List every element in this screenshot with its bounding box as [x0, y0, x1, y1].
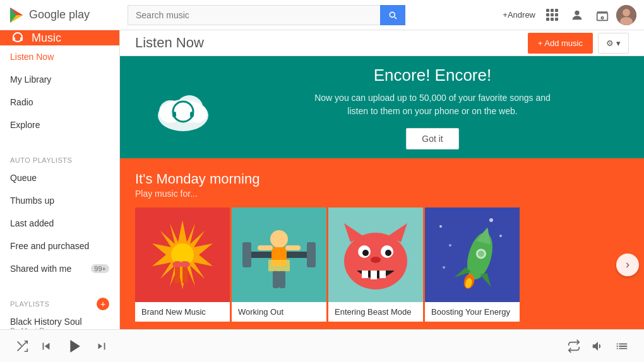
- play-icon: [63, 336, 85, 357]
- card-working-out-image: [232, 207, 326, 302]
- sidebar-item-listen-now[interactable]: Listen Now: [0, 45, 119, 68]
- svg-rect-33: [258, 245, 273, 250]
- gear-icon: ⚙: [606, 38, 614, 48]
- svg-rect-37: [268, 260, 290, 271]
- promo-banner: Encore! Encore! Now you can upload up to…: [120, 56, 644, 158]
- svg-point-54: [499, 235, 502, 237]
- logo-area: Google play: [8, 6, 128, 24]
- shuffle-button[interactable]: [15, 339, 29, 353]
- playlist-item-black-history[interactable]: Black History Soul By Mosi Reeves: [0, 313, 119, 329]
- account-icon: [570, 8, 584, 22]
- svg-point-4: [575, 10, 579, 15]
- svg-point-51: [439, 225, 442, 228]
- auto-playlists-label: Auto Playlists: [0, 146, 119, 166]
- sidebar-item-radio[interactable]: Radio: [0, 91, 119, 114]
- repeat-icon: [567, 339, 581, 353]
- sidebar: Music Listen Now My Library Radio Explor…: [0, 30, 120, 329]
- sidebar-item-thumbs-up[interactable]: Thumbs up: [0, 189, 119, 212]
- svg-rect-30: [307, 242, 316, 267]
- section-subtitle: Play music for...: [135, 189, 629, 199]
- top-bar: Google play +Andrew: [0, 0, 644, 30]
- playlists-label: Playlists: [10, 300, 49, 308]
- volume-button[interactable]: [591, 339, 605, 353]
- top-right-actions: +Andrew: [503, 4, 636, 26]
- add-playlist-button[interactable]: +: [97, 298, 109, 310]
- search-input[interactable]: [128, 5, 380, 25]
- svg-rect-47: [379, 271, 386, 278]
- svg-point-44: [371, 257, 381, 263]
- sidebar-item-last-added[interactable]: Last added: [0, 212, 119, 235]
- volume-icon: [591, 339, 605, 353]
- settings-dropdown-arrow: ▾: [616, 38, 621, 48]
- sidebar-item-shared-with-me[interactable]: Shared with me 99+: [0, 257, 119, 280]
- svg-rect-35: [273, 271, 279, 288]
- boosting-energy-art: [428, 211, 516, 299]
- card-brand-new-image: [135, 207, 230, 302]
- avatar[interactable]: [616, 5, 636, 25]
- orange-section: It's Monday morning Play music for...: [120, 158, 644, 329]
- svg-point-42: [362, 250, 369, 256]
- next-button[interactable]: [95, 339, 109, 353]
- sidebar-item-free-purchased[interactable]: Free and purchased: [0, 235, 119, 257]
- beast-mode-art: [331, 211, 420, 299]
- main-layout: Music Listen Now My Library Radio Explor…: [0, 30, 644, 329]
- player-controls-left: [15, 336, 109, 357]
- svg-point-52: [489, 218, 493, 222]
- card-boosting-energy[interactable]: Boosting Your Energy: [425, 207, 520, 322]
- search-icon: [388, 10, 398, 20]
- got-it-button[interactable]: Got it: [406, 128, 458, 149]
- card-brand-new-music[interactable]: Brand New Music: [135, 207, 230, 322]
- card-boosting-energy-image: [425, 207, 520, 302]
- repeat-button[interactable]: [567, 339, 581, 353]
- card-working-out[interactable]: Working Out: [232, 207, 326, 322]
- logo-text: Google play: [29, 8, 90, 21]
- grid-menu-button[interactable]: [540, 4, 563, 26]
- svg-rect-12: [20, 37, 23, 41]
- promo-title: Encore! Encore!: [246, 66, 619, 85]
- account-button[interactable]: [566, 4, 588, 26]
- player-controls-right: [567, 339, 629, 353]
- card-beast-mode-label: Entering Beast Mode: [328, 302, 423, 322]
- queue-icon: [615, 339, 629, 353]
- grid-icon: [546, 9, 558, 21]
- cloud-headphones-icon: [148, 79, 218, 136]
- sidebar-item-queue[interactable]: Queue: [0, 166, 119, 189]
- shuffle-icon: [15, 339, 29, 353]
- brand-new-music-art: [138, 211, 227, 299]
- svg-rect-34: [285, 245, 301, 250]
- cast-button[interactable]: [591, 4, 614, 26]
- sidebar-item-my-library[interactable]: My Library: [0, 68, 119, 91]
- add-music-button[interactable]: + Add music: [528, 33, 593, 54]
- svg-point-6: [601, 16, 603, 18]
- queue-button[interactable]: [615, 339, 629, 353]
- cards-container: Brand New Music: [135, 207, 629, 322]
- sidebar-music-label: Music: [32, 32, 61, 45]
- google-play-icon: [8, 6, 25, 24]
- promo-text: Encore! Encore! Now you can upload up to…: [246, 66, 619, 149]
- playlist-name: Black History Soul: [10, 317, 109, 327]
- svg-point-31: [270, 230, 288, 248]
- promo-icon-area: [145, 79, 221, 136]
- user-name: +Andrew: [503, 10, 535, 20]
- card-beast-mode-image: [328, 207, 423, 302]
- settings-button[interactable]: ⚙ ▾: [598, 33, 629, 54]
- header-actions: + Add music ⚙ ▾: [528, 33, 629, 54]
- search-button[interactable]: [380, 5, 405, 25]
- skip-previous-icon: [39, 339, 53, 353]
- play-pause-button[interactable]: [63, 336, 85, 357]
- svg-rect-19: [190, 112, 194, 117]
- previous-button[interactable]: [39, 339, 53, 353]
- playlists-header: Playlists +: [0, 290, 119, 313]
- section-title: It's Monday morning: [135, 171, 629, 187]
- svg-point-26: [180, 261, 190, 267]
- bottom-player: [0, 329, 644, 362]
- sidebar-item-explore[interactable]: Explore: [0, 114, 119, 136]
- svg-rect-29: [242, 242, 251, 267]
- card-beast-mode[interactable]: Entering Beast Mode: [328, 207, 423, 322]
- svg-point-8: [623, 9, 630, 16]
- sidebar-header: Music: [0, 30, 119, 45]
- next-arrow-button[interactable]: ›: [616, 254, 639, 276]
- search-area: [128, 5, 503, 25]
- working-out-art: [235, 211, 323, 299]
- svg-point-55: [443, 266, 445, 269]
